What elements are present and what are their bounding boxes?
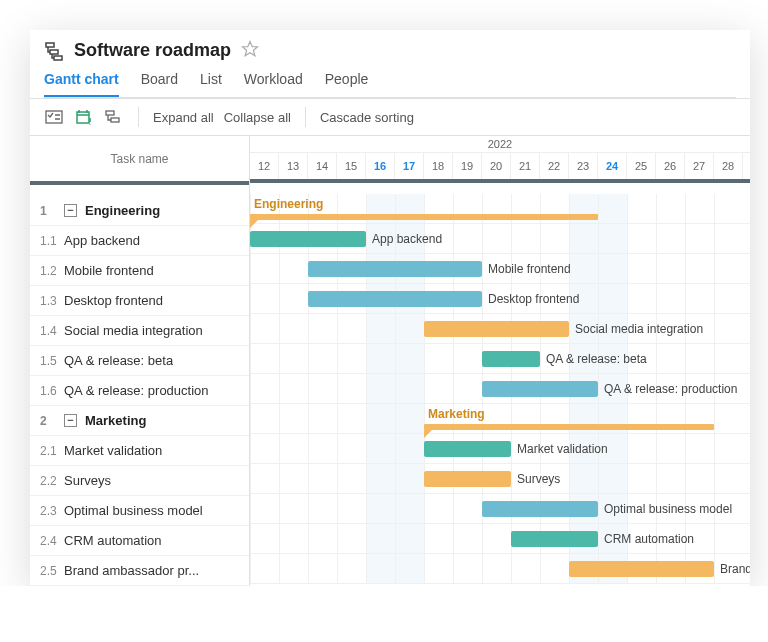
task-bar[interactable] <box>424 441 511 457</box>
task-bar-label: Brand <box>720 554 750 584</box>
star-icon[interactable] <box>241 40 259 61</box>
app-frame: Software roadmap Gantt chart Board List … <box>30 30 750 586</box>
row-index: 1.6 <box>40 384 64 398</box>
group-bar[interactable] <box>250 214 598 220</box>
task-bar-label: CRM automation <box>604 524 694 554</box>
day-cell[interactable]: 28 <box>714 153 743 179</box>
day-cell[interactable]: 24 <box>598 153 627 179</box>
chart-row: Surveys <box>250 464 750 494</box>
column-header-task-name[interactable]: Task name <box>30 136 249 182</box>
task-bar[interactable] <box>482 351 540 367</box>
day-cell[interactable]: 21 <box>511 153 540 179</box>
task-row[interactable]: 2.4CRM automation <box>30 526 249 556</box>
task-row[interactable]: 1.1App backend <box>30 226 249 256</box>
task-name: Market validation <box>64 443 162 458</box>
day-cell[interactable]: 14 <box>308 153 337 179</box>
day-cell[interactable]: 23 <box>569 153 598 179</box>
day-cell[interactable]: 16 <box>366 153 395 179</box>
collapse-all-button[interactable]: Collapse all <box>224 110 291 125</box>
row-index: 2.5 <box>40 564 64 578</box>
task-bar[interactable] <box>569 561 714 577</box>
task-name: Social media integration <box>64 323 203 338</box>
task-bar[interactable] <box>308 261 482 277</box>
day-cell[interactable]: 25 <box>627 153 656 179</box>
task-bar[interactable] <box>250 231 366 247</box>
calendar-alert-icon[interactable] <box>74 107 94 127</box>
group-name: Engineering <box>85 203 160 218</box>
day-cell[interactable]: 26 <box>656 153 685 179</box>
task-name: Surveys <box>64 473 111 488</box>
day-cell[interactable]: 18 <box>424 153 453 179</box>
row-index: 2 <box>40 414 64 428</box>
roadmap-icon <box>44 41 64 61</box>
task-name: Mobile frontend <box>64 263 154 278</box>
expand-all-button[interactable]: Expand all <box>153 110 214 125</box>
task-row[interactable]: 2.3Optimal business model <box>30 496 249 526</box>
chart-row: Brand <box>250 554 750 584</box>
chart-row: Social media integration <box>250 314 750 344</box>
task-row[interactable]: 2.1Market validation <box>30 436 249 466</box>
task-row[interactable]: 1.4Social media integration <box>30 316 249 346</box>
tab-board[interactable]: Board <box>141 71 178 97</box>
task-bar[interactable] <box>511 531 598 547</box>
day-cell[interactable]: 12 <box>250 153 279 179</box>
task-row[interactable]: 1.2Mobile frontend <box>30 256 249 286</box>
task-bar[interactable] <box>424 471 511 487</box>
task-name: QA & release: production <box>64 383 209 398</box>
cascade-sorting-button[interactable]: Cascade sorting <box>320 110 414 125</box>
task-row[interactable]: 2.5Brand ambassador pr... <box>30 556 249 586</box>
row-index: 2.2 <box>40 474 64 488</box>
tab-gantt-chart[interactable]: Gantt chart <box>44 71 119 97</box>
task-row[interactable]: 1.3Desktop frontend <box>30 286 249 316</box>
task-row[interactable]: 1.6QA & release: production <box>30 376 249 406</box>
task-bar-label: Surveys <box>517 464 560 494</box>
task-bar[interactable] <box>482 381 598 397</box>
subtask-icon[interactable] <box>104 107 124 127</box>
day-cell[interactable]: 19 <box>453 153 482 179</box>
row-index: 1.2 <box>40 264 64 278</box>
task-bar-label: App backend <box>372 224 442 254</box>
collapse-icon[interactable]: − <box>64 414 77 427</box>
chart-row: CRM automation <box>250 524 750 554</box>
day-cell[interactable]: 17 <box>395 153 424 179</box>
group-bar-label: Marketing <box>428 407 485 421</box>
group-bar[interactable] <box>424 424 714 430</box>
tab-people[interactable]: People <box>325 71 369 97</box>
day-cell[interactable]: 13 <box>279 153 308 179</box>
timeline-year: 2022 <box>250 136 750 153</box>
row-index: 2.1 <box>40 444 64 458</box>
row-index: 1.4 <box>40 324 64 338</box>
row-index: 1 <box>40 204 64 218</box>
task-name: Optimal business model <box>64 503 203 518</box>
group-row[interactable]: 2−Marketing <box>30 406 249 436</box>
gantt-chart-area[interactable]: EngineeringApp backendMobile frontendDes… <box>250 194 750 584</box>
day-cell[interactable]: 20 <box>482 153 511 179</box>
chart-row: Marketing <box>250 404 750 434</box>
day-cell[interactable]: 22 <box>540 153 569 179</box>
checklist-icon[interactable] <box>44 107 64 127</box>
task-bar[interactable] <box>482 501 598 517</box>
group-row[interactable]: 1−Engineering <box>30 196 249 226</box>
svg-rect-4 <box>46 111 62 123</box>
group-name: Marketing <box>85 413 146 428</box>
row-index: 2.4 <box>40 534 64 548</box>
task-name: App backend <box>64 233 140 248</box>
task-bar[interactable] <box>424 321 569 337</box>
task-bar-label: QA & release: beta <box>546 344 647 374</box>
row-index: 2.3 <box>40 504 64 518</box>
tab-list[interactable]: List <box>200 71 222 97</box>
svg-marker-3 <box>243 42 258 56</box>
svg-rect-5 <box>77 112 89 123</box>
tab-workload[interactable]: Workload <box>244 71 303 97</box>
task-bar-label: QA & release: production <box>604 374 737 404</box>
task-bar-label: Desktop frontend <box>488 284 579 314</box>
task-row[interactable]: 2.2Surveys <box>30 466 249 496</box>
collapse-icon[interactable]: − <box>64 204 77 217</box>
day-cell[interactable]: 27 <box>685 153 714 179</box>
svg-rect-0 <box>46 43 54 47</box>
day-cell[interactable]: 15 <box>337 153 366 179</box>
row-index: 1.3 <box>40 294 64 308</box>
task-row[interactable]: 1.5QA & release: beta <box>30 346 249 376</box>
task-bar[interactable] <box>308 291 482 307</box>
svg-rect-2 <box>54 56 62 60</box>
